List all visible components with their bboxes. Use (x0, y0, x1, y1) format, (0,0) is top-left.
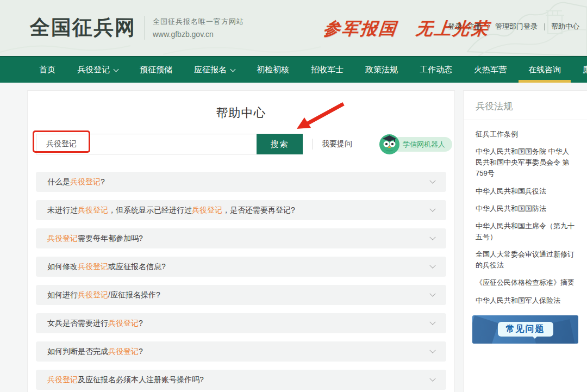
nav-item-label: 火热军营 (474, 65, 507, 75)
chevron-down-icon[interactable] (429, 177, 435, 183)
sidebar-law-link[interactable]: 中华人民共和国国务院 中华人民共和国中央军事委员会令 第759号 (476, 146, 576, 179)
sidebar-law-link[interactable]: 全国人大常委会审议通过新修订的兵役法 (476, 249, 576, 271)
sidebar-law-link[interactable]: 中华人民共和国主席令（第九十五号） (476, 221, 576, 242)
nav-item-label: 初检初核 (257, 65, 289, 75)
sidebar-laws-panel: 兵役法规 征兵工作条例中华人民共和国国务院 中华人民共和国中央军事委员会令 第7… (463, 90, 587, 392)
chevron-down-icon[interactable] (429, 206, 435, 211)
nav-item-enlistment-apply[interactable]: 应征报名 (183, 57, 246, 83)
faq-item[interactable]: 兵役登记需要每年都参加吗? (36, 228, 446, 248)
faq-item[interactable]: 兵役登记及应征报名必须本人注册账号操作吗? (36, 370, 446, 390)
faq-question: 如何判断是否完成兵役登记? (47, 347, 143, 357)
faq-question: 未进行过兵役登记，但系统显示已经进行过兵役登记，是否还需要再登记? (47, 206, 295, 215)
official-site-tagline: 全国征兵报名唯一官方网站 (153, 17, 244, 27)
nav-item-hot-military-camp[interactable]: 火热军营 (463, 57, 517, 83)
sidebar-law-link[interactable]: 中华人民共和国军人保险法 (476, 295, 576, 306)
nav-item-online-consult[interactable]: 在线咨询 (517, 57, 572, 83)
ask-question-link[interactable]: 我要提问 (322, 139, 352, 149)
search-input[interactable] (36, 134, 257, 154)
nav-item-nco-recruit[interactable]: 招收军士 (300, 57, 354, 83)
search-row: 搜索 我要提问 学信网机器人 (36, 133, 454, 155)
sidebar-title: 兵役法规 (464, 91, 587, 120)
chevron-down-icon[interactable] (429, 347, 435, 353)
nav-item-label: 预征预储 (140, 65, 172, 75)
chevron-down-icon[interactable] (429, 290, 435, 296)
nav-item-initial-check[interactable]: 初检初核 (246, 57, 300, 83)
sidebar-law-link[interactable]: 中华人民共和国国防法 (476, 203, 576, 214)
nav-item-work-news[interactable]: 工作动态 (409, 57, 463, 83)
faq-item[interactable]: 什么是兵役登记? (36, 172, 446, 192)
chevron-down-icon[interactable] (429, 234, 435, 240)
admin-login-link[interactable]: 管理部门登录 (495, 22, 538, 32)
header-link-divider (544, 23, 545, 30)
sidebar-law-link[interactable]: 中华人民共和国兵役法 (476, 186, 576, 197)
faq-item[interactable]: 女兵是否需要进行兵役登记? (36, 313, 446, 333)
help-center-panel: 帮助中心 搜索 我要提问 学信网机 (27, 90, 455, 392)
chevron-down-icon[interactable] (429, 375, 435, 381)
site-subtitle: 全国征兵报名唯一官方网站 www.gfbzb.gov.cn (153, 17, 244, 39)
common-questions-banner[interactable]: 常见问题 (472, 315, 578, 344)
faq-question: 兵役登记及应征报名必须本人注册账号操作吗? (47, 375, 204, 385)
chevron-down-icon (114, 66, 119, 72)
nav-item-label: 兵役登记 (77, 65, 110, 75)
site-logo[interactable]: 全国征兵网 (30, 14, 136, 41)
nav-item-home[interactable]: 首页 (28, 57, 66, 83)
banner-shade (472, 315, 498, 344)
nav-item-integrity-report[interactable]: 廉洁举报 (572, 57, 587, 83)
sidebar-law-list: 征兵工作条例中华人民共和国国务院 中华人民共和国中央军事委员会令 第759号中华… (464, 120, 587, 306)
search-box: 搜索 (36, 134, 303, 154)
faq-item[interactable]: 未进行过兵役登记，但系统显示已经进行过兵役登记，是否还需要再登记? (36, 200, 446, 220)
ask-divider (312, 139, 313, 150)
nav-item-label: 应征报名 (194, 65, 227, 75)
nav-item-policy-regulations[interactable]: 政策法规 (354, 57, 409, 83)
faq-question: 什么是兵役登记? (47, 177, 105, 187)
chevron-down-icon (230, 66, 236, 72)
nav-item-label: 首页 (39, 65, 55, 75)
nav-item-pre-recruit-reserve[interactable]: 预征预储 (129, 57, 183, 83)
faq-list: 什么是兵役登记?未进行过兵役登记，但系统显示已经进行过兵役登记，是否还需要再登记… (36, 172, 446, 390)
faq-question: 如何进行兵役登记/应征报名操作? (47, 290, 160, 300)
robot-label: 学信网机器人 (392, 137, 452, 152)
nav-item-label: 政策法规 (365, 65, 398, 75)
main-nav: 首页兵役登记预征预储应征报名初检初核招收军士政策法规工作动态火热军营在线咨询廉洁… (0, 56, 587, 83)
nav-item-service-registration[interactable]: 兵役登记 (66, 57, 129, 83)
site-url: www.gfbzb.gov.cn (153, 30, 244, 39)
chevron-down-icon[interactable] (429, 262, 435, 268)
faq-question: 如何修改兵役登记或应征报名信息? (47, 262, 166, 272)
faq-question: 女兵是否需要进行兵役登记? (47, 319, 143, 328)
owl-robot-icon (379, 134, 399, 154)
page-title: 帮助中心 (28, 105, 454, 121)
nav-item-label: 在线咨询 (528, 65, 561, 75)
nav-item-label: 招收军士 (311, 65, 344, 75)
help-center-link[interactable]: 帮助中心 (551, 22, 579, 32)
faq-item[interactable]: 如何修改兵役登记或应征报名信息? (36, 257, 446, 277)
header-link-divider (488, 23, 489, 30)
faq-item[interactable]: 如何进行兵役登记/应征报名操作? (36, 285, 446, 305)
chat-robot-button[interactable]: 学信网机器人 (379, 134, 452, 154)
chevron-down-icon[interactable] (429, 319, 435, 325)
search-button[interactable]: 搜索 (257, 134, 303, 154)
register-link[interactable]: 注册 (467, 22, 482, 32)
site-header: 全国征兵网 全国征兵报名唯一官方网站 www.gfbzb.gov.cn 参军报国… (0, 0, 587, 56)
nav-item-label: 廉洁举报 (583, 65, 587, 75)
faq-item[interactable]: 如何判断是否完成兵役登记? (36, 341, 446, 362)
faq-question: 兵役登记需要每年都参加吗? (47, 234, 143, 244)
nav-item-label: 工作动态 (420, 65, 452, 75)
logo-divider (145, 16, 145, 40)
sidebar-law-link[interactable]: 征兵工作条例 (476, 129, 576, 140)
page: 全国征兵网 全国征兵报名唯一官方网站 www.gfbzb.gov.cn 参军报国… (0, 0, 587, 392)
login-link[interactable]: 登录 (448, 22, 462, 32)
banner-bubble-label: 常见问题 (498, 322, 553, 337)
header-links: 登录 注册 管理部门登录 帮助中心 (448, 22, 579, 32)
sidebar-law-link[interactable]: 《应征公民体格检查标准》摘要 (476, 277, 576, 288)
